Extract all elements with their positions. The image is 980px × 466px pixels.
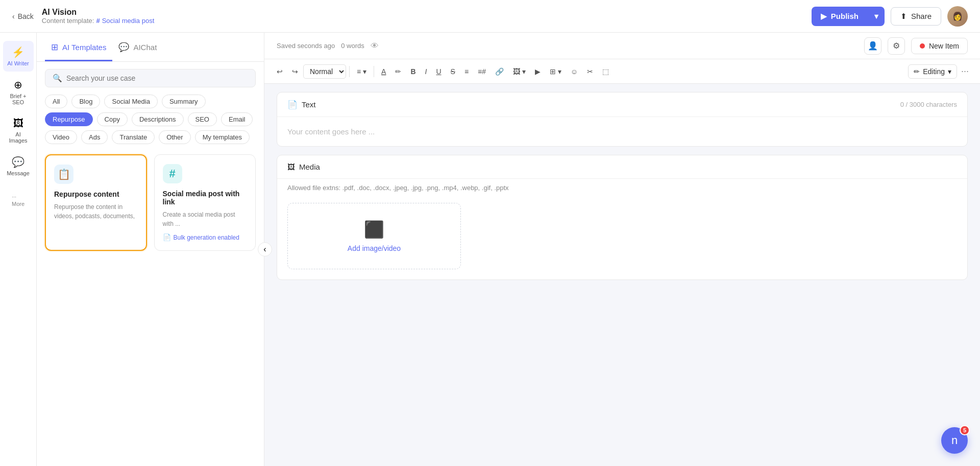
redo-button[interactable]: ↪	[288, 64, 302, 79]
toolbar-left: Saved seconds ago 0 words 👁	[277, 41, 379, 51]
separator-1	[349, 66, 350, 77]
media-section-name: Media	[299, 162, 320, 171]
media-upload-label: Add image/video	[348, 244, 401, 252]
main-area: ⚡ AI Writer ⊕ Brief + SEO 🖼 AI Images 💬 …	[0, 33, 980, 466]
user-icon-btn[interactable]: 👤	[864, 37, 881, 55]
topbar-left: ‹ Back AI Vision Content template: # Soc…	[12, 8, 154, 25]
repurpose-icon-symbol: 📋	[58, 168, 70, 180]
align-button[interactable]: ≡ ▾	[353, 64, 371, 79]
share-upload-icon: ⬆	[900, 12, 907, 21]
settings-icon-btn[interactable]: ⚙	[888, 37, 905, 55]
publish-main: ▶ Publish	[812, 7, 868, 26]
ai-templates-tab-label: AI Templates	[62, 43, 106, 52]
template-card-repurpose[interactable]: 📋 Repurpose content Repurpose the conten…	[45, 154, 147, 251]
filter-tag-copy[interactable]: Copy	[97, 112, 128, 126]
more-options-button[interactable]: ···	[958, 64, 972, 79]
text-style-select[interactable]: Normal	[303, 64, 346, 79]
panel-tabs: ⊞ AI Templates 💬 AIChat	[37, 33, 264, 62]
share-button[interactable]: ⬆ Share	[891, 7, 941, 26]
image-insert-button[interactable]: 🖼 ▾	[509, 64, 530, 79]
chat-bubble[interactable]: n 5	[941, 427, 968, 454]
publish-button[interactable]: ▶ Publish ▾	[812, 7, 885, 26]
filter-tag-social-media[interactable]: Social Media	[104, 95, 157, 108]
filter-tag-video[interactable]: Video	[45, 130, 77, 144]
repurpose-card-icon: 📋	[54, 165, 74, 184]
char-count: 0 / 3000 characters	[900, 101, 957, 108]
new-item-button[interactable]: New Item	[911, 38, 968, 54]
numbered-list-button[interactable]: ≡#	[474, 64, 490, 79]
search-icon: 🔍	[53, 74, 62, 83]
filter-tag-seo[interactable]: SEO	[188, 112, 217, 126]
hash-icon: #	[169, 167, 175, 180]
filter-tag-repurpose[interactable]: Repurpose	[45, 112, 93, 126]
filter-tag-other[interactable]: Other	[159, 130, 191, 144]
filter-tag-summary[interactable]: Summary	[162, 95, 206, 108]
ai-chat-tab-icon: 💬	[118, 42, 129, 53]
strikethrough-button[interactable]: S	[447, 64, 459, 79]
filter-tags: All Blog Social Media Summary Repurpose …	[37, 95, 264, 149]
brief-icon: ⊕	[14, 79, 22, 91]
topbar-title: AI Vision Content template: # Social med…	[42, 8, 154, 25]
breadcrumb-link[interactable]: Social media post	[102, 17, 155, 25]
text-section-header: 📄 Text 0 / 3000 characters	[277, 92, 967, 117]
filter-tag-all[interactable]: All	[45, 95, 67, 108]
media-icon: 🖼	[287, 162, 295, 171]
text-section-icon: 📄	[287, 100, 298, 109]
filter-tag-blog[interactable]: Blog	[71, 95, 100, 108]
undo-button[interactable]: ↩	[273, 64, 287, 79]
filter-tag-ads[interactable]: Ads	[81, 130, 108, 144]
extra-button[interactable]: ⬚	[598, 64, 613, 79]
chat-badge: 5	[960, 425, 970, 435]
filter-tag-email[interactable]: Email	[221, 112, 253, 126]
editing-mode-button[interactable]: ✏ Editing ▾	[908, 64, 957, 79]
search-input[interactable]	[66, 74, 248, 82]
social-media-card-icon: #	[163, 164, 182, 183]
chat-bubble-icon: n	[951, 434, 958, 447]
filter-tag-my-templates[interactable]: My templates	[195, 130, 250, 144]
link-button[interactable]: 🔗	[491, 64, 508, 79]
filter-tag-descriptions[interactable]: Descriptions	[132, 112, 184, 126]
text-color-button[interactable]: A	[377, 64, 390, 79]
bullet-list-button[interactable]: ≡	[460, 64, 473, 79]
highlight-button[interactable]: ✏	[391, 64, 405, 79]
toolbar-right: 👤 ⚙ New Item	[864, 37, 968, 55]
back-label: Back	[18, 12, 34, 20]
text-section-title: 📄 Text	[287, 100, 316, 109]
editor-area: 📄 Text 0 / 3000 characters Your content …	[264, 84, 980, 466]
sidebar-ai-writer-label: AI Writer	[7, 60, 29, 66]
filter-tag-translate[interactable]: Translate	[112, 130, 155, 144]
repurpose-card-name: Repurpose content	[54, 190, 138, 198]
emoji-button[interactable]: ☺	[567, 64, 582, 79]
panel-collapse-button[interactable]: ‹	[258, 242, 272, 257]
media-upload-area[interactable]: ⬛ Add image/video	[287, 203, 461, 269]
back-button[interactable]: ‹ Back	[12, 12, 34, 20]
bulk-badge: 📄 Bulk generation enabled	[163, 234, 248, 241]
tab-ai-chat[interactable]: 💬 AIChat	[112, 33, 163, 61]
italic-button[interactable]: I	[421, 64, 431, 79]
edit-pencil-icon: ✏	[914, 67, 920, 76]
editing-label: Editing	[923, 67, 945, 76]
ai-templates-tab-icon: ⊞	[51, 42, 58, 53]
template-card-social-media-link[interactable]: # Social media post with link Create a s…	[154, 154, 256, 251]
table-button[interactable]: ⊞ ▾	[546, 64, 566, 79]
editing-chevron-icon: ▾	[948, 67, 951, 76]
search-area: 🔍	[37, 62, 264, 95]
text-section: 📄 Text 0 / 3000 characters Your content …	[277, 92, 968, 147]
sidebar-item-ai-images[interactable]: 🖼 AI Images	[3, 112, 34, 149]
lightning-icon: ⚡	[12, 46, 24, 58]
media-allowed-text: Allowed file extns: .pdf, .doc, .docx, .…	[277, 179, 967, 197]
sidebar-item-ai-writer[interactable]: ⚡ AI Writer	[3, 41, 34, 72]
play-button[interactable]: ▶	[531, 64, 545, 79]
sidebar-message-label: Message	[7, 170, 30, 176]
content-placeholder[interactable]: Your content goes here ...	[277, 117, 967, 146]
sidebar-item-message[interactable]: 💬 Message	[3, 151, 34, 181]
eye-icon[interactable]: 👁	[371, 41, 379, 51]
publish-label: Publish	[831, 12, 859, 20]
tab-ai-templates[interactable]: ⊞ AI Templates	[45, 33, 112, 61]
sidebar-item-brief-seo[interactable]: ⊕ Brief + SEO	[3, 74, 34, 110]
special-char-button[interactable]: ✂	[583, 64, 597, 79]
underline-button[interactable]: U	[432, 64, 445, 79]
bold-button[interactable]: B	[406, 64, 420, 79]
sidebar-item-more[interactable]: ··· More	[8, 190, 29, 211]
avatar[interactable]: 👩	[947, 6, 968, 27]
